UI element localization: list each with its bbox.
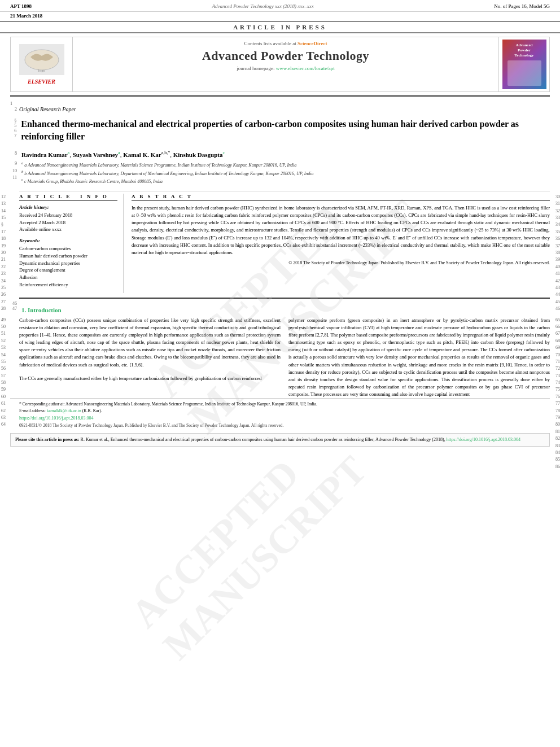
bottom-copyright: 0921-8831/© 2018 The Society of Powder T… — [0, 422, 560, 430]
article-in-press-label: Advanced Powder Technology xxx (2018) xx… — [212, 3, 314, 9]
info-abstract-section: 12131415§171819202122232425262728 A R T … — [10, 194, 550, 293]
author-2-name: Suyash Varshney — [73, 151, 118, 158]
journal-homepage: journal homepage: www.elsevier.com/locat… — [80, 65, 492, 71]
main-divider — [10, 95, 550, 97]
available-date: Available online xxxx — [19, 226, 117, 233]
top-bar: APT 1898 Advanced Powder Technology xxx … — [0, 0, 560, 12]
page-number: 1 — [0, 100, 560, 106]
body-left-text: Carbon-carbon composites (CCs) possess u… — [19, 317, 281, 369]
abstract-label: A B S T R A C T — [132, 194, 550, 201]
author-4-super: c — [222, 150, 225, 155]
body-right-text: polymer composite preform (green composi… — [288, 317, 550, 399]
article-info-col: A R T I C L E I N F O Article history: R… — [19, 194, 124, 293]
body-columns: 49505152535455565758596061626364 Carbon-… — [10, 317, 550, 399]
keyword-6: Reinforcement efficiency — [19, 281, 117, 289]
right-line-numbers-abstract: 3031323334353637383940414243444546 — [555, 194, 560, 313]
journal-header: logo ELSEVIER Contents lists available a… — [10, 37, 550, 92]
affiliation-divider — [19, 191, 550, 191]
body-left-text-2: The CCs are generally manufactured eithe… — [19, 375, 281, 382]
line-8: 8 — [10, 150, 19, 156]
keywords-section: Keywords: Carbon-carbon composites Human… — [19, 238, 117, 289]
footnote-email: E-mail address: kamalklk@iitk.ac.in (K.K… — [19, 408, 550, 414]
keyword-5: Adhesion — [19, 274, 117, 281]
author-4-name: Kinshuk Dasgupta — [173, 151, 223, 158]
date-bar: 21 March 2018 — [0, 12, 560, 20]
keyword-1: Carbon-carbon composites — [19, 245, 117, 252]
journal-short-title: Advanced Powder Technology xxx (2018) xx… — [212, 3, 314, 9]
keyword-2: Human hair derived carbon powder — [19, 252, 117, 260]
journal-cover: AdvancedPowderTechnology — [502, 40, 546, 89]
left-line-numbers: 12131415§171819202122232425262728 — [1, 194, 6, 313]
svg-text:logo: logo — [38, 68, 45, 73]
main-content: 2 Original Research Paper §567 Enhanced … — [0, 106, 560, 398]
received-date: Received 24 February 2018 — [19, 212, 117, 219]
abstract-col: 3031323334353637383940414243444546 A B S… — [132, 194, 550, 293]
elsevier-section: logo ELSEVIER — [11, 37, 73, 91]
affiliation-b: b b Advanced Nanoengineering Materials L… — [21, 169, 314, 177]
section1-title: 1. Introduction — [19, 307, 550, 313]
journal-title: Advanced Powder Technology — [80, 49, 492, 63]
no-pages: No. of Pages 16, Model 5G — [494, 3, 550, 9]
body-divider — [19, 298, 550, 299]
abstract-text: In the present study, human hair derived… — [132, 204, 550, 256]
keywords-label: Keywords: — [19, 238, 117, 243]
body-left-col: Carbon-carbon composites (CCs) possess u… — [19, 317, 281, 399]
sciencedirect-brand[interactable]: ScienceDirect — [298, 41, 327, 46]
institution-logo: logo — [19, 44, 64, 75]
line-section-marks: §567 — [10, 118, 19, 138]
article-info-label: A R T I C L E I N F O — [19, 194, 117, 201]
homepage-url[interactable]: www.elsevier.com/locate/apt — [276, 65, 335, 71]
doi-link[interactable]: https://doi.org/10.1016/j.apt.2018.03.00… — [19, 415, 550, 422]
apt-id: APT 1898 — [10, 3, 32, 9]
article-in-press-banner: ARTICLE IN PRESS — [0, 21, 560, 33]
authors-line: Ravindra Kumara, Suyash Varshneya, Kamal… — [19, 150, 225, 158]
cite-text: R. Kumar et al., Enhanced thermo-mechani… — [81, 437, 445, 442]
author-1-name: Ravindra Kumar — [21, 151, 68, 158]
abstract-copyright: © 2018 The Society of Powder Technology … — [132, 260, 550, 267]
affiliation-a: a a Advanced Nanoengineering Materials L… — [21, 160, 314, 169]
cite-label: Please cite this article in press as: — [15, 437, 80, 442]
affiliation-line-nums: 91011 — [10, 160, 19, 182]
footnote-corresponding: * Corresponding author at: Advanced Nano… — [19, 401, 550, 407]
pub-date: 21 March 2018 — [10, 13, 42, 19]
line-2: 2 — [10, 106, 19, 112]
cover-title: AdvancedPowderTechnology — [515, 43, 534, 58]
body-right-line-nums: 6566676869707172737475767778798081828384… — [555, 317, 560, 471]
history-section: Article history: Received 24 February 20… — [19, 204, 117, 233]
author-3-super: a,b,* — [161, 150, 170, 155]
affiliations: a a Advanced Nanoengineering Materials L… — [19, 160, 314, 185]
paper-type: Original Research Paper — [19, 106, 76, 112]
elsevier-logo: ELSEVIER — [28, 78, 55, 85]
section-1-area: 1. Introduction — [19, 301, 550, 316]
history-label: Article history: — [19, 204, 117, 210]
journal-center: Contents lists available at ScienceDirec… — [73, 37, 498, 91]
body-left-line-nums: 49505152535455565758596061626364 — [1, 317, 6, 429]
journal-cover-section: AdvancedPowderTechnology — [498, 37, 549, 91]
cite-doi[interactable]: https://doi.org/10.1016/j.apt.2018.03.00… — [447, 437, 520, 442]
keyword-3: Dynamic mechanical properties — [19, 260, 117, 267]
paper-title: Enhanced thermo-mechanical and electrica… — [19, 118, 550, 142]
author-3-name: Kamal K. Kar — [123, 151, 161, 158]
footnote-section: * Corresponding author at: Advanced Nano… — [10, 398, 550, 422]
body-right-col: 6566676869707172737475767778798081828384… — [288, 317, 550, 399]
keyword-4: Degree of entanglement — [19, 267, 117, 274]
sciencedirect-line: Contents lists available at ScienceDirec… — [80, 41, 492, 46]
accepted-date: Accepted 2 March 2018 — [19, 219, 117, 226]
cite-box: Please cite this article in press as: R.… — [10, 433, 550, 447]
cover-image — [508, 60, 541, 86]
affiliation-c: c c Materials Group, Bhabha Atomic Resea… — [21, 177, 314, 185]
email-link[interactable]: kamalklk@iitk.ac.in — [47, 408, 81, 413]
section-line-num: 4647 — [10, 301, 19, 311]
